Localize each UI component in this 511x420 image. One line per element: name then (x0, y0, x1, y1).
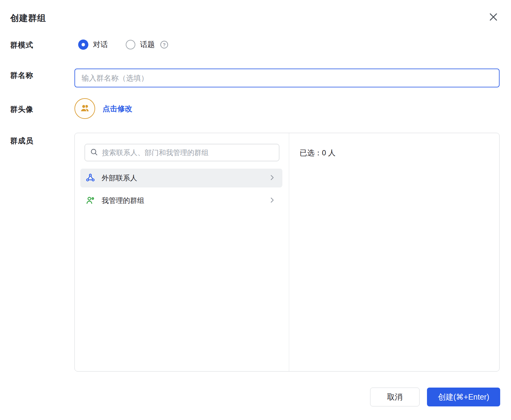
list-item-label: 我管理的群组 (102, 196, 269, 205)
radio-dot (82, 43, 85, 46)
list-item-managed-groups[interactable]: 我管理的群组 (80, 191, 282, 210)
help-icon[interactable]: ? (160, 41, 168, 48)
radio-chat-selected[interactable] (78, 40, 88, 50)
members-picker-panel: 外部联系人 我管理的群组 已选： (74, 133, 500, 372)
members-source-pane: 外部联系人 我管理的群组 (75, 133, 289, 371)
avatar-change-link[interactable]: 点击修改 (103, 104, 132, 114)
group-name-input[interactable] (74, 69, 500, 87)
members-selected-pane: 已选：0 人 (289, 133, 499, 371)
member-search-box[interactable] (85, 144, 279, 161)
group-avatar[interactable] (74, 98, 95, 119)
radio-topic-unselected[interactable] (126, 40, 135, 49)
cancel-button[interactable]: 取消 (370, 388, 420, 406)
list-item-label: 外部联系人 (102, 173, 269, 183)
selected-count-text: 已选：0 人 (300, 148, 336, 158)
create-group-dialog: 创建群组 群模式 对话 话题 ? 群名称 群头像 点击修改 (0, 0, 511, 420)
managed-groups-icon (86, 196, 95, 205)
dialog-title: 创建群组 (10, 12, 46, 24)
chevron-right-icon (269, 174, 276, 182)
close-icon (488, 11, 499, 24)
radio-topic-label[interactable]: 话题 (140, 40, 155, 49)
member-search-input[interactable] (102, 149, 274, 157)
search-icon (90, 148, 98, 158)
list-item-external-contacts[interactable]: 外部联系人 (80, 169, 282, 187)
external-contacts-icon (86, 173, 95, 183)
radio-chat-label[interactable]: 对话 (93, 40, 108, 49)
chevron-right-icon (269, 197, 276, 205)
group-mode-radio-group: 对话 话题 ? (78, 38, 168, 51)
group-mode-label: 群模式 (10, 40, 33, 50)
create-button[interactable]: 创建(⌘+Enter) (427, 388, 500, 406)
group-members-label: 群成员 (10, 136, 33, 146)
group-name-label: 群名称 (10, 70, 33, 80)
close-button[interactable] (487, 11, 500, 24)
group-avatar-people-icon (79, 103, 91, 115)
group-avatar-label: 群头像 (10, 104, 33, 114)
